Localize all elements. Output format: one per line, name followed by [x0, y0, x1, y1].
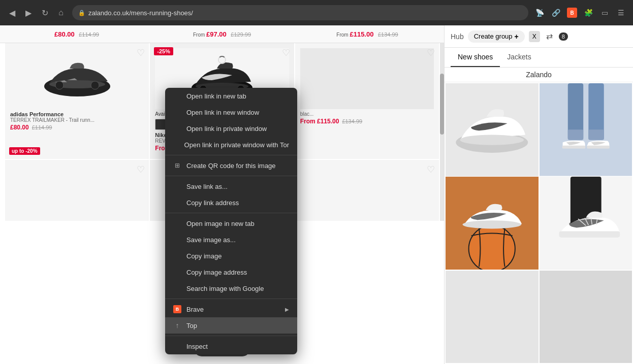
svg-point-19: [469, 226, 515, 270]
address-bar[interactable]: 🔒 zalando.co.uk/mens-running-shoes/: [72, 5, 528, 20]
hub-count: 8: [559, 32, 568, 41]
context-inspect[interactable]: Inspect: [165, 338, 297, 354]
divider-4: [165, 299, 297, 299]
svg-rect-32: [446, 271, 539, 363]
hub-card-4[interactable]: [540, 177, 632, 270]
context-open-new-tab[interactable]: Open link in new tab: [165, 88, 297, 104]
close-hub-button[interactable]: X: [529, 31, 540, 42]
inspect-icon: [173, 342, 181, 350]
hub-panel: Hub Create group + X ⇄ 8 New shoes Jacke…: [444, 25, 633, 364]
context-item-label-7: Copy link address: [186, 199, 239, 207]
context-item-label-8: Open image in new tab: [186, 220, 255, 227]
extensions-button[interactable]: 🧩: [581, 6, 595, 20]
main-area: £80.00 £114.99 From £97.00 £129.99 From …: [0, 25, 633, 364]
svg-point-20: [462, 221, 521, 229]
scrollbar-thumb: [440, 74, 444, 135]
context-item-label-12: Search image with Google: [186, 285, 264, 292]
hub-card-1[interactable]: [446, 83, 539, 176]
product-grid: ♡ up t: [0, 43, 444, 221]
save-image-icon: [173, 236, 181, 244]
tab-new-shoes[interactable]: New shoes: [451, 48, 500, 67]
copy-link-icon: [173, 198, 181, 207]
tab-new-shoes-label: New shoes: [458, 53, 493, 61]
tab-jackets[interactable]: Jackets: [500, 48, 538, 67]
context-top[interactable]: ↑ Top: [165, 317, 297, 334]
context-open-new-window[interactable]: Open link in new window: [165, 104, 297, 120]
wishlist-button-1[interactable]: ♡: [137, 47, 145, 58]
browser-chrome: ◀ ▶ ↻ ⌂ 🔒 zalando.co.uk/mens-running-sho…: [0, 0, 633, 25]
context-save-link[interactable]: Save link as...: [165, 178, 297, 194]
price-current-3: From £115.00: [300, 118, 339, 125]
save-link-icon: [173, 182, 181, 190]
hub-card-3[interactable]: [446, 177, 539, 270]
svg-rect-15: [588, 129, 604, 140]
divider-3: [165, 213, 297, 213]
product-card-4: ♡: [5, 160, 149, 221]
name-3: blac...: [300, 111, 434, 117]
lock-icon: 🔒: [78, 10, 85, 16]
price-3-current: £115.00: [350, 30, 373, 38]
create-group-button[interactable]: Create group +: [468, 30, 525, 43]
context-item-label-5: Create QR code for this image: [186, 162, 276, 170]
sidebar-button[interactable]: ▭: [597, 6, 612, 20]
tab-jackets-label: Jackets: [507, 53, 531, 61]
context-open-tor[interactable]: Open link in private window with Tor: [165, 137, 297, 153]
back-button[interactable]: ◀: [5, 6, 19, 20]
context-save-image[interactable]: Save image as...: [165, 231, 297, 248]
divider-2: [165, 176, 297, 176]
price-3-original: £134.99: [378, 31, 398, 38]
context-copy-image[interactable]: Copy image: [165, 248, 297, 264]
price-3-from: From: [336, 32, 350, 38]
wishlist-button-2[interactable]: ♡: [282, 47, 290, 58]
share-button[interactable]: ⇄: [544, 29, 555, 43]
reload-button[interactable]: ↻: [38, 6, 52, 20]
link-icon-button[interactable]: 🔗: [549, 6, 563, 20]
svg-rect-16: [562, 146, 585, 149]
private-icon: [173, 124, 181, 133]
svg-rect-17: [587, 146, 610, 149]
hub-shoe-2-svg: [540, 83, 632, 176]
hub-shoe-3-svg: [446, 177, 539, 270]
more-button[interactable]: ☰: [614, 6, 628, 20]
hub-shoe-4-svg: [540, 177, 632, 270]
context-search-google[interactable]: Search image with Google: [165, 280, 297, 296]
qr-icon: ⊞: [173, 161, 181, 170]
context-open-private[interactable]: Open link in private window: [165, 120, 297, 137]
brave-shield-button[interactable]: B: [565, 6, 579, 20]
price-item-3: From £115.00 £134.99: [296, 29, 439, 39]
scrollbar[interactable]: [440, 43, 444, 221]
price-1-original: £114.99: [79, 31, 99, 38]
hub-card-2[interactable]: [540, 83, 632, 176]
context-item-label-6: Save link as...: [186, 183, 228, 190]
wishlist-button-3[interactable]: ♡: [427, 47, 435, 58]
context-open-image-tab[interactable]: Open image in new tab: [165, 215, 297, 231]
product-card-6: ♡: [295, 160, 439, 221]
hub-card-5[interactable]: [446, 271, 539, 363]
wishlist-button-4[interactable]: ♡: [137, 164, 145, 175]
divider-1: [165, 155, 297, 155]
svg-rect-33: [540, 271, 632, 363]
home-button[interactable]: ⌂: [54, 6, 68, 20]
svg-rect-14: [567, 129, 583, 140]
create-group-label: Create group: [474, 32, 513, 40]
forward-button[interactable]: ▶: [21, 6, 36, 20]
context-item-label-2: Open link in new window: [186, 109, 259, 116]
wishlist-button-6[interactable]: ♡: [427, 164, 435, 175]
cast-icon-button[interactable]: 📡: [532, 6, 547, 20]
price-2-from: From: [193, 32, 206, 38]
hub-shoe-6-svg: [540, 271, 632, 363]
group-tabs: New shoes Jackets: [445, 48, 633, 68]
context-copy-image-address[interactable]: Copy image address: [165, 264, 297, 280]
hub-card-6[interactable]: [540, 271, 632, 363]
context-item-label-3: Open link in private window: [186, 125, 267, 133]
brave-submenu-arrow: ▶: [285, 307, 289, 312]
context-copy-link[interactable]: Copy link address: [165, 194, 297, 211]
context-create-qr[interactable]: ⊞ Create QR code for this image: [165, 157, 297, 174]
context-brave[interactable]: B Brave ▶: [165, 301, 297, 317]
open-image-icon: [173, 219, 181, 227]
price-original-1: £114.99: [32, 124, 52, 130]
close-icon: X: [532, 33, 536, 40]
google-search-icon: [173, 284, 181, 292]
context-item-label-1: Open link in new tab: [186, 92, 246, 100]
brave-shield-icon: B: [567, 8, 577, 18]
